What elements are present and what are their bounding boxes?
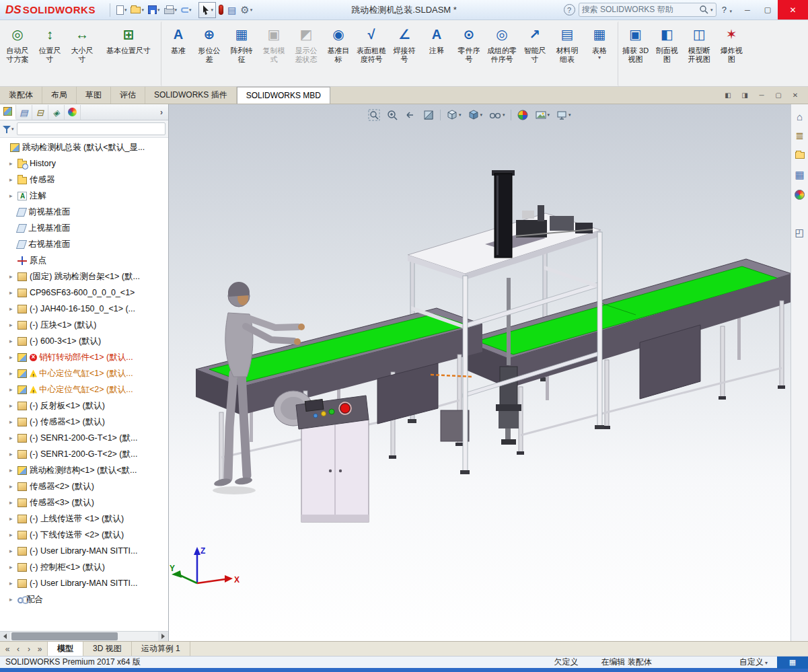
expand-arrow-icon[interactable]: ▸ [9, 305, 17, 312]
ribbon-button[interactable]: A 注释 [420, 22, 453, 86]
ribbon-button[interactable]: A 基准 [161, 22, 193, 86]
pane-toggle-icon[interactable] [793, 226, 807, 239]
appearances-icon[interactable] [793, 188, 807, 201]
feature-tree-item[interactable]: 前视基准面 [0, 204, 168, 220]
feature-tree-item[interactable]: ▸ 中心定位气缸<1> (默认... [0, 365, 168, 381]
filter-funnel-icon[interactable] [3, 125, 11, 133]
control-cabinet[interactable] [274, 391, 369, 522]
expand-arrow-icon[interactable]: ▸ [9, 467, 17, 474]
expand-arrow-icon[interactable]: ▸ [9, 289, 17, 296]
feature-tree-item[interactable]: ▸ (-) 反射板<1> (默认) [0, 398, 168, 414]
ribbon-button[interactable]: ▦ 阵列特 征 [225, 22, 258, 86]
display-style-icon[interactable]: ▾ [467, 108, 484, 122]
feature-tree-item[interactable]: 右视基准面 [0, 236, 168, 252]
expand-arrow-icon[interactable]: ▸ [9, 273, 17, 280]
expand-arrow-icon[interactable]: ▸ [9, 418, 17, 425]
ribbon-button[interactable]: ✶ 爆炸视 图 [715, 22, 747, 86]
command-tab[interactable]: 装配体 [0, 87, 42, 104]
tree-hscrollbar[interactable] [0, 631, 168, 641]
configurationmanager-tab[interactable] [32, 105, 48, 120]
ribbon-button[interactable]: ◫ 模型断 开视图 [683, 22, 715, 86]
edit-appearance-icon[interactable] [516, 108, 529, 122]
ribbon-button[interactable]: ⊕ 形位公 差 [193, 22, 225, 86]
feature-tree-item[interactable]: ▸ (固定) 跳动检测台架<1> (默... [0, 268, 168, 285]
view-palette-icon[interactable] [793, 168, 807, 182]
zoom-to-fit-icon[interactable] [367, 108, 381, 122]
file-explorer-icon[interactable] [793, 149, 807, 162]
feature-tree-item[interactable]: ▸ (-) 下线传送带 <2> (默认) [0, 527, 168, 543]
propertymanager-tab[interactable] [16, 105, 32, 120]
feature-tree-item[interactable]: ▸ 传感器<2> (默认) [0, 478, 168, 494]
expand-arrow-icon[interactable]: ▸ [9, 435, 17, 441]
command-tab[interactable]: 评估 [111, 87, 145, 104]
feature-tree-item[interactable]: ▸ (-) 控制柜<1> (默认) [0, 559, 168, 575]
apply-scene-icon[interactable]: ▾ [534, 108, 551, 122]
expand-arrow-icon[interactable]: ▸ [9, 580, 17, 587]
open-icon[interactable]: ▾ [129, 3, 145, 17]
expand-arrow-icon[interactable]: ▸ [9, 515, 17, 522]
filter-input[interactable] [17, 122, 166, 135]
feature-tree-item[interactable]: ▸ 传感器<3> (默认) [0, 494, 168, 511]
expand-arrow-icon[interactable]: ▸ [9, 192, 17, 199]
help-button[interactable]: ? ▾ [717, 5, 737, 15]
ribbon-button[interactable]: ⊞ 基本位置尺寸 [98, 22, 159, 86]
document-pane-tab[interactable]: 运动算例 1 [132, 642, 190, 656]
feature-tree-item[interactable]: ▸ CP96SF63-600_0_0_0_<1> [0, 285, 168, 301]
feature-tree-item[interactable]: 上视基准面 [0, 220, 168, 236]
command-tab[interactable]: SOLIDWORKS MBD [237, 87, 330, 104]
ribbon-button[interactable]: ↗ 智能尺 寸 [519, 22, 551, 86]
feature-tree-item[interactable]: ▸ 注解 [0, 188, 168, 204]
ribbon-button[interactable]: ∠ 焊接符 号 [388, 22, 420, 86]
expand-arrow-icon[interactable]: ▸ [9, 176, 17, 183]
feature-tree-item[interactable]: 原点 [0, 252, 168, 268]
maximize-button[interactable]: ▢ [758, 0, 778, 20]
search-icon[interactable] [699, 5, 709, 15]
expand-arrow-icon[interactable]: ▸ [9, 564, 17, 570]
command-tab[interactable]: SOLIDWORKS 插件 [145, 87, 237, 104]
select-cursor-button[interactable]: ▾ [198, 2, 217, 18]
solidworks-resources-icon[interactable] [793, 110, 807, 123]
expand-arrow-icon[interactable]: ▸ [9, 531, 17, 538]
feature-tree-item[interactable]: ▸ 跳动检测结构<1> (默认<默... [0, 462, 168, 478]
minimize-doc-icon[interactable]: ─ [754, 89, 769, 102]
rebuild-icon[interactable] [217, 3, 225, 17]
dimxpertmanager-tab[interactable] [48, 105, 65, 120]
restore-doc-icon[interactable]: ▢ [771, 89, 786, 102]
tab-nav-arrow-icon[interactable]: « [3, 644, 12, 654]
feature-tree-item[interactable]: ▸ 销钉转动部件<1> (默认... [0, 349, 168, 365]
hide-show-items-icon[interactable]: ▾ [488, 108, 506, 122]
view-orientation-icon[interactable]: ▾ [445, 108, 462, 122]
feature-tree-item[interactable]: ▸ History [0, 155, 168, 172]
previous-view-icon[interactable] [404, 108, 417, 122]
scroll-right-icon[interactable] [158, 632, 168, 641]
minimize-button[interactable]: ─ [737, 0, 758, 20]
print-icon[interactable]: ▾ [163, 3, 179, 17]
expand-arrow-icon[interactable]: ▸ [9, 160, 17, 167]
design-library-icon[interactable] [793, 129, 807, 143]
expand-arrow-icon[interactable]: ▸ [9, 402, 17, 409]
tab-nav-arrow-icon[interactable]: » [35, 644, 44, 654]
panel-flyout-arrow-icon[interactable] [155, 108, 168, 117]
feature-tree-item[interactable]: ▸ (-) 上线传送带 <1> (默认) [0, 511, 168, 527]
file-properties-icon[interactable] [226, 3, 237, 17]
expand-arrow-icon[interactable]: ▸ [9, 354, 17, 361]
ribbon-button[interactable]: ◉ 基准目 标 [322, 22, 355, 86]
feature-tree-item[interactable]: ▸ (-) 传感器<1> (默认) [0, 414, 168, 430]
expand-arrow-icon[interactable]: ▸ [9, 451, 17, 457]
section-view-icon[interactable] [422, 108, 435, 122]
feature-tree-item[interactable]: ▸ 传感器 [0, 172, 168, 188]
feature-tree-item[interactable]: ▸ (-) User Library-MAN SITTI... [0, 575, 168, 591]
ribbon-button[interactable]: ⊙ 零件序 号 [453, 22, 485, 86]
document-pane-tab[interactable]: 3D 视图 [83, 642, 132, 656]
graphics-area[interactable]: ▾ ▾ ▾ ▾ [169, 104, 791, 641]
zoom-to-area-icon[interactable] [385, 108, 399, 122]
scrollbar-track[interactable] [10, 632, 158, 641]
expand-arrow-icon[interactable]: ▸ [9, 499, 17, 506]
assembly-model[interactable]: Z X Y [169, 104, 791, 641]
feature-tree-item[interactable]: ▸ (-) SENR1-200-G-T<1> (默... [0, 430, 168, 446]
ribbon-button[interactable]: ◎ 自动尺 寸方案 [1, 22, 34, 86]
ribbon-button[interactable]: ↕ 位置尺 寸 [34, 22, 66, 86]
feature-tree-item[interactable]: ▸ (-) JAH40-16-150_0_<1> (... [0, 301, 168, 317]
search-dropdown-icon[interactable]: ▾ [710, 7, 713, 13]
view-settings-icon[interactable]: ▾ [555, 108, 572, 122]
